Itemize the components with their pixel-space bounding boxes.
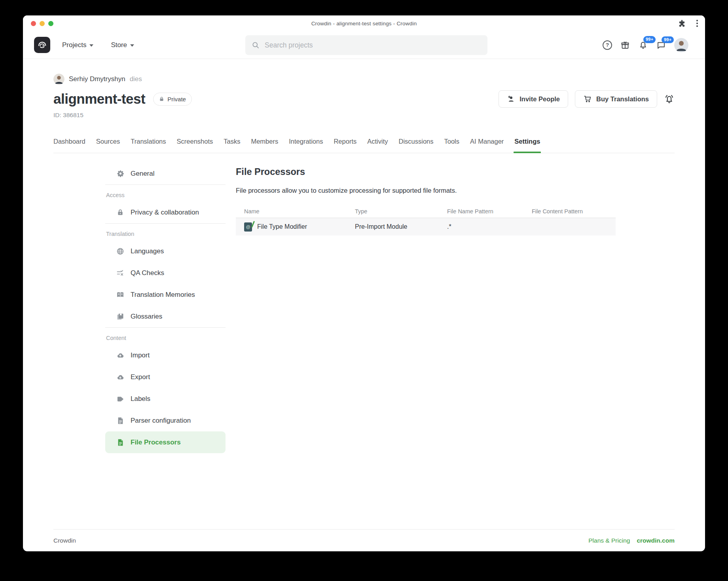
qa-checks-icon (116, 269, 125, 277)
section-description: File processors allow you to customize p… (236, 186, 675, 195)
gear-icon (116, 170, 125, 177)
tab-reports[interactable]: Reports (334, 137, 356, 153)
sidebar-item-languages[interactable]: Languages (105, 240, 226, 262)
open-book-icon (116, 291, 125, 299)
lock-icon (116, 209, 125, 216)
tag-icon (116, 395, 125, 403)
lock-icon (159, 96, 164, 102)
tab-integrations[interactable]: Integrations (289, 137, 323, 153)
minimize-window-button[interactable] (40, 21, 45, 26)
chevron-down-icon (130, 44, 134, 47)
buy-translations-button[interactable]: Buy Translations (575, 90, 657, 108)
gift-icon[interactable] (620, 40, 630, 50)
plans-pricing-link[interactable]: Plans & Pricing (588, 537, 630, 544)
tab-dashboard[interactable]: Dashboard (53, 137, 85, 153)
subscribe-bell-icon[interactable] (664, 94, 675, 104)
sidebar-item-import[interactable]: Import (105, 344, 226, 366)
sidebar-divider (105, 327, 226, 328)
browser-titlebar: Crowdin - alignment-test settings - Crow… (23, 15, 705, 31)
crowdin-com-link[interactable]: crowdin.com (637, 537, 675, 544)
sidebar-item-general[interactable]: General (105, 163, 226, 184)
tab-members[interactable]: Members (251, 137, 278, 153)
buy-translations-label: Buy Translations (596, 95, 649, 103)
close-window-button[interactable] (31, 21, 36, 26)
tab-screenshots[interactable]: Screenshots (177, 137, 213, 153)
project-id: ID: 386815 (53, 112, 675, 119)
messages-badge: 99+ (662, 36, 674, 44)
invite-people-button[interactable]: Invite People (499, 90, 568, 108)
notifications-badge: 99+ (643, 36, 656, 43)
sidebar-section-translation: Translation (106, 227, 226, 240)
app-navbar: Projects Store ? 99+ 99+ (23, 31, 705, 59)
sidebar-item-label: Export (131, 373, 150, 381)
section-title: File Processors (236, 166, 675, 178)
sidebar-item-label: General (131, 170, 154, 178)
sidebar-divider (105, 184, 226, 185)
sidebar-item-privacy-collaboration[interactable]: Privacy & collaboration (105, 201, 226, 223)
page-footer: Crowdin Plans & Pricing crowdin.com (53, 529, 675, 551)
store-menu[interactable]: Store (111, 41, 134, 49)
document-icon (116, 439, 125, 446)
messages-chat-icon[interactable]: 99+ (656, 40, 666, 50)
project-header: Serhiy Dmytryshyn dies alignment-test Pr… (53, 59, 675, 119)
notifications-bell-icon[interactable]: 99+ (638, 40, 648, 50)
cart-icon (583, 95, 592, 103)
globe-icon (116, 247, 125, 255)
sidebar-item-label: QA Checks (131, 269, 164, 277)
sidebar-item-labels[interactable]: Labels (105, 388, 226, 410)
maximize-window-button[interactable] (48, 21, 53, 26)
file-type-modifier-icon: @ (244, 222, 252, 232)
projects-menu[interactable]: Projects (62, 41, 93, 49)
sidebar-item-file-processors[interactable]: File Processors (105, 431, 226, 453)
tab-sources[interactable]: Sources (96, 137, 120, 153)
column-header-name: Name (236, 208, 355, 215)
owner-name[interactable]: Serhiy Dmytryshyn (69, 75, 125, 83)
extensions-puzzle-icon[interactable] (678, 19, 686, 28)
footer-brand: Crowdin (53, 537, 76, 544)
file-processors-table: Name Type File Name Pattern File Content… (236, 205, 616, 235)
column-header-file-content-pattern: File Content Pattern (532, 208, 616, 215)
privacy-badge-label: Private (167, 96, 186, 103)
privacy-badge: Private (153, 93, 192, 106)
store-menu-label: Store (111, 41, 127, 49)
owner-avatar[interactable] (53, 74, 64, 85)
table-row[interactable]: @ File Type Modifier Pre-Import Module .… (236, 218, 616, 235)
sidebar-item-label: Glossaries (131, 313, 162, 321)
sidebar-item-translation-memories[interactable]: Translation Memories (105, 284, 226, 306)
sidebar-item-qa-checks[interactable]: QA Checks (105, 262, 226, 284)
sidebar-item-parser-configuration[interactable]: Parser configuration (105, 410, 226, 431)
browser-menu-icon[interactable] (696, 19, 699, 28)
sidebar-item-label: File Processors (131, 439, 181, 446)
tab-activity[interactable]: Activity (367, 137, 388, 153)
crowdin-logo-icon[interactable] (34, 37, 50, 53)
processor-type: Pre-Import Module (355, 223, 447, 230)
sidebar-item-label: Labels (131, 395, 150, 403)
search-input[interactable] (265, 41, 481, 49)
settings-sidebar: General Access Privacy & collaboration T… (105, 163, 226, 453)
invite-people-label: Invite People (519, 95, 560, 103)
search-bar[interactable] (245, 35, 487, 55)
tab-tools[interactable]: Tools (444, 137, 460, 153)
help-icon[interactable]: ? (603, 40, 612, 50)
user-avatar[interactable] (674, 38, 688, 52)
sidebar-item-label: Import (131, 351, 150, 359)
sidebar-section-access: Access (106, 188, 226, 201)
sidebar-item-export[interactable]: Export (105, 366, 226, 388)
settings-content: File Processors File processors allow yo… (236, 163, 675, 235)
tab-ai-manager[interactable]: AI Manager (470, 137, 504, 153)
column-header-file-name-pattern: File Name Pattern (447, 208, 532, 215)
sidebar-item-glossaries[interactable]: Glossaries (105, 306, 226, 327)
processor-file-name-pattern: .* (447, 223, 532, 230)
sidebar-item-label: Languages (131, 247, 164, 255)
owner-name-suffix: dies (130, 75, 142, 83)
tab-translations[interactable]: Translations (131, 137, 166, 153)
browser-window: Crowdin - alignment-test settings - Crow… (23, 15, 705, 551)
page-title: alignment-test (53, 91, 145, 107)
table-header-row: Name Type File Name Pattern File Content… (236, 205, 616, 218)
tab-tasks[interactable]: Tasks (224, 137, 240, 153)
tab-discussions[interactable]: Discussions (398, 137, 433, 153)
search-icon (252, 41, 260, 49)
tab-settings[interactable]: Settings (514, 137, 540, 153)
document-icon (116, 417, 125, 425)
cloud-upload-icon (116, 351, 125, 359)
